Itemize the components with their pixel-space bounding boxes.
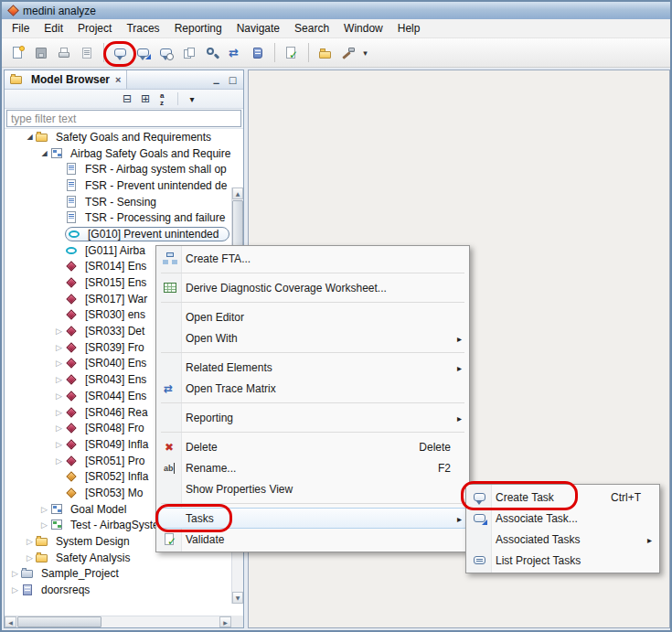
expand-arrow-icon[interactable]: [53, 408, 65, 417]
sort-alphabetical-button[interactable]: [155, 91, 172, 107]
rename-icon-slot: [158, 461, 182, 476]
submenu-item-list-project-tasks[interactable]: List Project Tasks: [468, 550, 657, 571]
context-menu-item-delete[interactable]: DeleteDelete: [158, 436, 467, 457]
expand-arrow-icon[interactable]: [38, 505, 50, 514]
open-folder-icon: [318, 46, 333, 60]
view-menu-button[interactable]: [184, 91, 200, 107]
tree-item-tsr-processing-and-failure[interactable]: TSR - Processing and failure: [5, 209, 231, 226]
tree-item-tsr-sensing[interactable]: TSR - Sensing: [5, 194, 231, 210]
tree-item-label: Safety Goals and Requirements: [53, 131, 214, 144]
validate-button[interactable]: [281, 42, 303, 64]
tree-item-fsr-airbag-system-shall-op[interactable]: FSR - Airbag system shall op: [5, 161, 231, 177]
tree-item-g010-prevent-unintended[interactable]: [G010] Prevent unintended: [5, 226, 231, 242]
associate-task-button[interactable]: [133, 42, 155, 64]
export-button[interactable]: [76, 42, 98, 64]
task-history-button[interactable]: [155, 42, 177, 64]
collapse-all-button[interactable]: [119, 91, 135, 107]
create-task-button[interactable]: [110, 42, 132, 64]
context-menu-item-derive-diagnostic-coverage-worksheet[interactable]: Derive Diagnostic Coverage Worksheet...: [158, 277, 467, 298]
tree-item-airbag-safety-goals-and-require[interactable]: Airbag Safety Goals and Require: [5, 145, 231, 162]
menu-search[interactable]: Search: [287, 20, 336, 37]
context-menu-item-tasks[interactable]: Tasks: [158, 508, 467, 529]
req-red-icon: [65, 341, 79, 354]
scroll-down-button[interactable]: [232, 592, 243, 604]
context-menu-item-create-fta[interactable]: Create FTA...: [158, 248, 467, 269]
collapse-arrow-icon[interactable]: [38, 149, 50, 157]
menu-help[interactable]: Help: [390, 20, 428, 37]
tree-item-label: TSR - Processing and failure: [82, 211, 228, 224]
collapse-arrow-icon[interactable]: [24, 133, 36, 141]
title-bar[interactable]: medini analyze: [2, 2, 670, 19]
scroll-left-button[interactable]: [5, 616, 16, 627]
context-menu-item-show-properties-view[interactable]: Show Properties View: [158, 478, 467, 499]
worksheet-icon: [163, 281, 177, 295]
associate-task-icon-slot: [468, 511, 492, 526]
save-button[interactable]: [30, 42, 52, 64]
filter-input[interactable]: [6, 110, 241, 127]
new-wizard-button[interactable]: [7, 42, 29, 64]
build-tools-button[interactable]: [337, 42, 359, 64]
context-menu-item-related-elements[interactable]: Related Elements: [158, 357, 467, 378]
expand-arrow-icon[interactable]: [53, 359, 65, 368]
tree-item-fsr-prevent-unintended-de[interactable]: FSR - Prevent unintended de: [5, 177, 231, 194]
horizontal-scrollbar[interactable]: [5, 616, 231, 627]
open-folder-button[interactable]: [315, 42, 336, 64]
copy-button[interactable]: [178, 42, 200, 64]
search-button[interactable]: [201, 42, 223, 64]
context-menu-item-open-trace-matrix[interactable]: Open Trace Matrix: [158, 378, 467, 399]
expand-arrow-icon[interactable]: [38, 520, 50, 530]
expand-arrow-icon[interactable]: [53, 375, 65, 384]
build-menu-chevron-icon[interactable]: [360, 43, 370, 63]
submenu-item-create-task[interactable]: Create TaskCtrl+T: [468, 487, 657, 508]
expand-arrow-icon[interactable]: [53, 456, 65, 466]
scroll-right-button[interactable]: [219, 616, 231, 627]
tree-item-doorsreqs[interactable]: doorsreqs: [5, 582, 231, 598]
tree-item-sample-project[interactable]: Sample_Project: [5, 566, 231, 583]
menu-item-label: Reporting: [186, 412, 233, 424]
submenu-arrow-icon: [457, 361, 462, 374]
horizontal-scroll-thumb[interactable]: [17, 616, 101, 627]
menu-reporting[interactable]: Reporting: [167, 20, 229, 37]
trace-matrix-button[interactable]: [224, 42, 246, 64]
project-tasks-button[interactable]: [247, 42, 269, 64]
folder-icon: [36, 131, 49, 144]
create-task-icon: [473, 490, 487, 505]
expand-arrow-icon[interactable]: [53, 440, 65, 449]
submenu-item-associated-tasks[interactable]: Associated Tasks: [468, 529, 657, 550]
menu-item-label: Rename...: [186, 462, 236, 475]
create-task-icon: [113, 46, 128, 60]
expand-arrow-icon[interactable]: [9, 585, 21, 595]
context-menu-item-open-with[interactable]: Open With: [158, 327, 467, 348]
scroll-up-button[interactable]: [232, 187, 243, 199]
menu-file[interactable]: File: [5, 20, 37, 37]
expand-arrow-icon[interactable]: [24, 537, 36, 546]
minimize-view-button[interactable]: [209, 73, 223, 86]
menu-item-label: Associated Tasks: [496, 533, 581, 546]
tree-item-label: System Design: [53, 535, 133, 548]
menu-navigate[interactable]: Navigate: [229, 20, 287, 37]
expand-all-button[interactable]: [137, 91, 154, 107]
context-menu-item-reporting[interactable]: Reporting: [158, 407, 467, 428]
menu-project[interactable]: Project: [70, 20, 119, 37]
print-button[interactable]: [53, 42, 75, 64]
expand-arrow-icon[interactable]: [24, 553, 36, 562]
menu-window[interactable]: Window: [336, 20, 390, 37]
maximize-view-button[interactable]: [226, 73, 240, 86]
close-tab-icon[interactable]: [115, 73, 121, 86]
req-red-icon: [65, 438, 79, 451]
context-menu-item-rename[interactable]: Rename...F2: [158, 457, 467, 478]
expand-arrow-icon[interactable]: [53, 343, 65, 352]
tab-model-browser[interactable]: Model Browser: [5, 70, 127, 89]
menu-edit[interactable]: Edit: [37, 20, 70, 37]
expand-arrow-icon[interactable]: [53, 327, 65, 336]
expand-arrow-icon[interactable]: [53, 423, 65, 433]
expand-arrow-icon[interactable]: [9, 569, 21, 578]
submenu-item-associate-task[interactable]: Associate Task...: [468, 508, 657, 529]
validate-icon-slot: [158, 532, 182, 547]
menu-separator: [161, 273, 464, 273]
expand-arrow-icon[interactable]: [53, 391, 65, 401]
context-menu-item-open-editor[interactable]: Open Editor: [158, 306, 467, 327]
tree-item-safety-goals-and-requirements[interactable]: Safety Goals and Requirements: [5, 129, 231, 145]
menu-traces[interactable]: Traces: [119, 20, 166, 37]
context-menu-item-validate[interactable]: Validate: [158, 529, 467, 550]
